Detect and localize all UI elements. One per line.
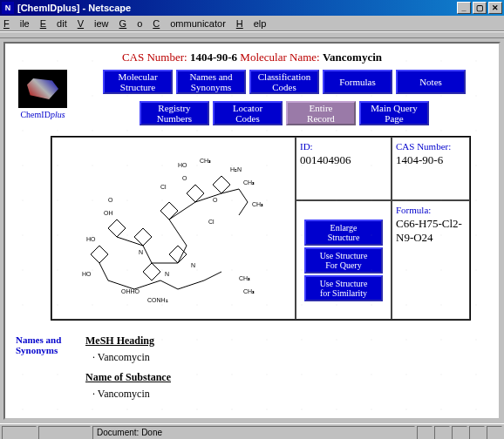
record-header: CAS Number: 1404-90-6 Molecular Name: Va…: [7, 45, 497, 70]
navigator-icon[interactable]: [417, 426, 432, 440]
status-bar: Document: Done: [0, 423, 504, 439]
svg-text:Cl: Cl: [208, 219, 215, 225]
status-security-icon[interactable]: [2, 426, 37, 440]
record-grid: OHHOHO OHHOHOCH₃ H₂NCH₃CH₃ ClClCONH₂ CH₃…: [51, 136, 471, 321]
cas-number-value: 1404-90-6: [396, 152, 466, 167]
cas-number-label: CAS Number:: [396, 141, 466, 152]
svg-marker-0: [108, 220, 126, 237]
svg-text:CONH₂: CONH₂: [147, 297, 168, 303]
close-button[interactable]: ✕: [488, 2, 502, 14]
svg-text:HO: HO: [178, 162, 187, 168]
name-substance-heading: Name of Substance: [85, 371, 488, 384]
list-item: · Vancomycin: [92, 351, 488, 364]
svg-text:O: O: [182, 175, 187, 181]
nav-notes[interactable]: Notes: [396, 70, 466, 94]
menu-communicator[interactable]: Communicator: [153, 18, 226, 29]
list-item: · Vancomycin: [92, 388, 488, 401]
formula-label: Formula:: [396, 205, 466, 215]
svg-text:N: N: [191, 262, 195, 268]
nav-locator-codes[interactable]: Locator Codes: [213, 101, 283, 125]
composer-icon[interactable]: [487, 426, 502, 440]
nav-formulas[interactable]: Formulas: [323, 70, 392, 94]
mesh-heading: MeSH Heading: [85, 334, 488, 348]
svg-marker-6: [169, 246, 187, 263]
nav-registry-numbers[interactable]: Registry Numbers: [140, 101, 209, 125]
svg-text:N: N: [165, 271, 169, 277]
svg-text:CH₃: CH₃: [252, 201, 263, 207]
svg-marker-2: [91, 246, 108, 263]
svg-text:CH₃: CH₃: [239, 275, 250, 281]
molecule-structure-icon: OHHOHO OHHOHOCH₃ H₂NCH₃CH₃ ClClCONH₂ CH₃…: [56, 141, 291, 315]
app-icon: N: [2, 2, 14, 14]
cas-label: CAS Number:: [122, 51, 187, 64]
svg-text:O: O: [108, 197, 113, 203]
nav-molecular-structure[interactable]: Molecular Structure: [103, 70, 173, 94]
svg-text:O: O: [213, 197, 218, 203]
menu-help[interactable]: Help: [236, 18, 267, 29]
svg-marker-7: [143, 263, 160, 280]
molname-label: Molecular Name:: [240, 51, 319, 64]
maximize-button[interactable]: ▢: [473, 2, 487, 14]
status-text: Document: Done: [92, 426, 415, 440]
logo-text: ChemIDplus: [12, 110, 73, 119]
menu-view[interactable]: View: [78, 18, 109, 29]
nav-classification-codes[interactable]: Classification Codes: [249, 70, 319, 94]
inbox-icon[interactable]: [434, 426, 450, 440]
use-structure-query-button[interactable]: Use Structure For Query: [304, 247, 383, 274]
id-label: ID:: [300, 141, 387, 152]
nav-buttons: Molecular Structure Names and Synonyms C…: [73, 70, 492, 125]
svg-text:HO: HO: [86, 236, 96, 242]
nav-main-query[interactable]: Main Query Page: [359, 101, 429, 125]
newsgroups-icon[interactable]: [452, 426, 467, 440]
synonyms-body: MeSH Heading · Vancomycin Name of Substa…: [85, 334, 488, 408]
svg-text:HO: HO: [82, 271, 92, 277]
structure-cell: OHHOHO OHHOHOCH₃ H₂NCH₃CH₃ ClClCONH₂ CH₃…: [51, 137, 296, 320]
logo-box: ChemIDplus: [12, 70, 73, 119]
svg-text:H₂N: H₂N: [230, 166, 242, 172]
svg-text:N: N: [139, 249, 143, 255]
synonyms-section-label: Names and Synonyms: [16, 334, 85, 408]
menu-file[interactable]: File: [3, 18, 30, 29]
actions-cell: Enlarge Structure Use Structure For Quer…: [296, 200, 392, 320]
window-titlebar: N [ChemIDplus] - Netscape _ ▢ ✕: [0, 0, 504, 16]
cas-value: 1404-90-6: [190, 51, 237, 64]
id-cell: ID: 001404906: [296, 137, 392, 200]
molname-value: Vancomycin: [323, 51, 382, 64]
addressbook-icon[interactable]: [469, 426, 485, 440]
formula-value: C66-H75-Cl2-N9-O24: [396, 215, 466, 245]
page-content: CAS Number: 1404-90-6 Molecular Name: Va…: [3, 42, 501, 420]
svg-text:CH₃: CH₃: [243, 288, 255, 294]
component-bar: [417, 426, 502, 440]
svg-marker-1: [134, 228, 152, 246]
svg-text:CH₃: CH₃: [243, 179, 255, 186]
menu-edit[interactable]: Edit: [40, 18, 67, 29]
svg-text:Cl: Cl: [160, 184, 167, 190]
menu-bar: File Edit View Go Communicator Help: [0, 16, 504, 31]
status-progress: [38, 426, 91, 440]
svg-marker-5: [213, 176, 230, 193]
svg-marker-4: [187, 185, 204, 202]
names-synonyms-section: Names and Synonyms MeSH Heading · Vancom…: [7, 328, 497, 415]
menu-go[interactable]: Go: [119, 18, 143, 29]
svg-text:OHHO: OHHO: [121, 288, 140, 294]
window-title: [ChemIDplus] - Netscape: [17, 3, 131, 13]
nav-entire-record[interactable]: Entire Record: [286, 101, 356, 125]
svg-text:OH: OH: [104, 210, 113, 216]
nav-names-synonyms[interactable]: Names and Synonyms: [176, 70, 246, 94]
id-value: 001404906: [300, 152, 387, 167]
chemidplus-logo-icon[interactable]: [18, 70, 67, 108]
nav-area: ChemIDplus Molecular Structure Names and…: [7, 70, 497, 125]
svg-text:CH₃: CH₃: [200, 158, 211, 164]
enlarge-structure-button[interactable]: Enlarge Structure: [304, 220, 383, 246]
use-structure-similarity-button[interactable]: Use Structure for Similarity: [304, 275, 383, 301]
cas-cell: CAS Number: 1404-90-6: [392, 137, 470, 200]
svg-marker-3: [160, 202, 178, 220]
formula-cell: Formula: C66-H75-Cl2-N9-O24: [392, 200, 470, 320]
toolbar-strip: [0, 31, 504, 38]
minimize-button[interactable]: _: [457, 2, 471, 14]
